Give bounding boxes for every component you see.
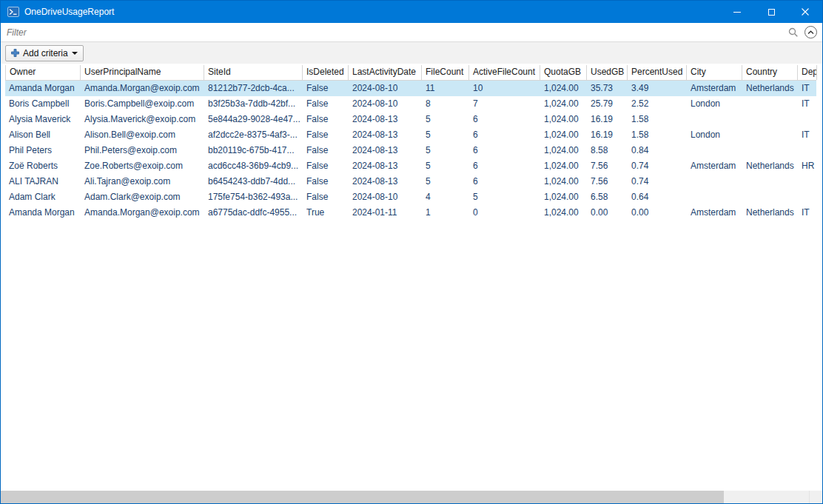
cell-country: Netherlands [742, 81, 798, 96]
cell-filecount: 4 [422, 189, 469, 205]
column-header-filecount[interactable]: FileCount [422, 65, 469, 80]
column-header-city[interactable]: City [687, 65, 742, 80]
filter-input[interactable] [1, 23, 788, 41]
cell-city: Amsterdam [687, 81, 742, 96]
chevron-up-icon [807, 30, 814, 35]
cell-usedgb: 25.79 [587, 96, 628, 112]
column-header-lastactivitydate[interactable]: LastActivityDate [349, 65, 422, 80]
cell-siteid: 175fe754-b362-493a... [204, 189, 303, 205]
cell-usedgb: 0.00 [587, 205, 628, 221]
title-bar[interactable]: OneDriveUsageReport [1, 1, 822, 23]
cell-filecount: 8 [422, 96, 469, 112]
cell-city [687, 143, 742, 158]
plus-icon [11, 49, 19, 57]
cell-isdeleted: False [303, 81, 349, 96]
cell-percentused: 0.00 [628, 205, 687, 221]
cell-dep [798, 112, 816, 127]
table-row[interactable]: Zoë RobertsZoe.Roberts@exoip.comacd6cc48… [5, 158, 816, 174]
horizontal-scrollbar[interactable] [1, 491, 822, 503]
criteria-toolbar: Add criteria [1, 42, 822, 64]
cell-userprincipalname: Adam.Clark@exoip.com [81, 189, 204, 205]
column-header-quotagb[interactable]: QuotaGB [540, 65, 587, 80]
cell-filecount: 5 [422, 174, 469, 189]
cell-quotagb: 1,024.00 [540, 127, 587, 143]
cell-percentused: 1.58 [628, 112, 687, 127]
cell-country: Netherlands [742, 158, 798, 174]
cell-isdeleted: False [303, 158, 349, 174]
close-button[interactable] [788, 1, 822, 23]
cell-quotagb: 1,024.00 [540, 205, 587, 221]
column-header-userprincipalname[interactable]: UserPrincipalName [81, 65, 204, 80]
cell-dep [798, 174, 816, 189]
cell-owner: ALI TAJRAN [5, 174, 81, 189]
column-header-usedgb[interactable]: UsedGB [587, 65, 628, 80]
cell-activefilecount: 6 [469, 112, 540, 127]
cell-isdeleted: False [303, 127, 349, 143]
column-header-isdeleted[interactable]: IsDeleted [303, 65, 349, 80]
cell-siteid: b6454243-ddb7-4dd... [204, 174, 303, 189]
table-row[interactable]: Amanda MorganAmanda.Morgan@exoip.coma677… [5, 205, 816, 221]
table-row[interactable]: Alison BellAlison.Bell@exoip.comaf2dcc2e… [5, 127, 816, 143]
cell-percentused: 0.74 [628, 158, 687, 174]
cell-isdeleted: False [303, 143, 349, 158]
cell-owner: Alison Bell [5, 127, 81, 143]
table-row[interactable]: Alysia MaverickAlysia.Maverick@exoip.com… [5, 112, 816, 127]
horizontal-scrollbar-thumb[interactable] [1, 491, 724, 503]
grid-body: Amanda MorganAmanda.Morgan@exoip.com8121… [5, 81, 816, 491]
add-criteria-button[interactable]: Add criteria [5, 45, 84, 61]
cell-activefilecount: 0 [469, 205, 540, 221]
cell-usedgb: 7.56 [587, 158, 628, 174]
table-row[interactable]: Adam ClarkAdam.Clark@exoip.com175fe754-b… [5, 189, 816, 205]
cell-country [742, 127, 798, 143]
cell-quotagb: 1,024.00 [540, 189, 587, 205]
cell-userprincipalname: Alison.Bell@exoip.com [81, 127, 204, 143]
cell-lastactivitydate: 2024-08-10 [349, 81, 422, 96]
cell-percentused: 1.58 [628, 127, 687, 143]
cell-userprincipalname: Amanda.Morgan@exoip.com [81, 205, 204, 221]
table-row[interactable]: ALI TAJRANAli.Tajran@exoip.comb6454243-d… [5, 174, 816, 189]
scrollbar-corner [809, 491, 822, 503]
minimize-button[interactable] [720, 1, 754, 23]
cell-percentused: 0.64 [628, 189, 687, 205]
cell-dep: IT [798, 127, 816, 143]
cell-dep [798, 189, 816, 205]
cell-lastactivitydate: 2024-08-10 [349, 189, 422, 205]
collapse-criteria-button[interactable] [804, 26, 817, 38]
table-row[interactable]: Phil PetersPhil.Peters@exoip.combb20119c… [5, 143, 816, 158]
cell-owner: Amanda Morgan [5, 205, 81, 221]
close-icon [802, 8, 809, 16]
maximize-button[interactable] [754, 1, 788, 23]
cell-activefilecount: 10 [469, 81, 540, 96]
cell-siteid: a6775dac-ddfc-4955... [204, 205, 303, 221]
column-header-country[interactable]: Country [742, 65, 798, 80]
cell-lastactivitydate: 2024-01-11 [349, 205, 422, 221]
cell-isdeleted: False [303, 96, 349, 112]
column-header-siteid[interactable]: SiteId [204, 65, 303, 80]
column-header-percentused[interactable]: PercentUsed [628, 65, 687, 80]
cell-activefilecount: 7 [469, 96, 540, 112]
cell-isdeleted: True [303, 205, 349, 221]
cell-filecount: 11 [422, 81, 469, 96]
cell-dep: HR [798, 158, 816, 174]
cell-userprincipalname: Zoe.Roberts@exoip.com [81, 158, 204, 174]
cell-lastactivitydate: 2024-08-13 [349, 158, 422, 174]
column-header-dep[interactable]: Dep [798, 65, 817, 80]
cell-dep: IT [798, 205, 816, 221]
cell-activefilecount: 6 [469, 127, 540, 143]
cell-siteid: bb20119c-675b-417... [204, 143, 303, 158]
cell-filecount: 5 [422, 112, 469, 127]
cell-dep: IT [798, 81, 816, 96]
column-header-owner[interactable]: Owner [5, 65, 81, 80]
cell-lastactivitydate: 2024-08-13 [349, 174, 422, 189]
table-row[interactable]: Boris CampbellBoris.Campbell@exoip.comb3… [5, 96, 816, 112]
column-header-activefilecount[interactable]: ActiveFileCount [469, 65, 540, 80]
table-row[interactable]: Amanda MorganAmanda.Morgan@exoip.com8121… [5, 81, 816, 96]
minimize-icon [733, 12, 741, 13]
cell-isdeleted: False [303, 174, 349, 189]
cell-isdeleted: False [303, 189, 349, 205]
cell-usedgb: 6.58 [587, 189, 628, 205]
cell-city: London [687, 96, 742, 112]
caret-down-icon [72, 52, 78, 55]
cell-owner: Boris Campbell [5, 96, 81, 112]
cell-city [687, 189, 742, 205]
